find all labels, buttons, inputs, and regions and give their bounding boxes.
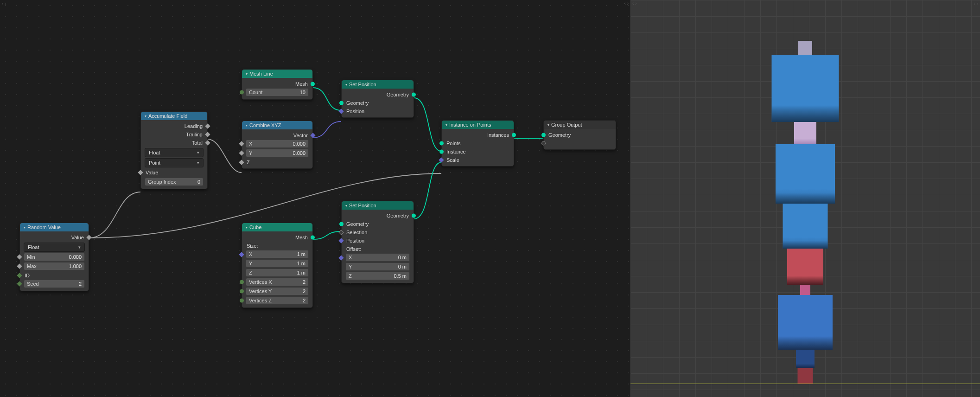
input-vy-socket[interactable] <box>240 289 244 294</box>
output-geometry-socket[interactable] <box>412 214 416 218</box>
offset-label: Offset: <box>346 246 361 252</box>
node-title: Mesh Line <box>249 71 273 77</box>
node-cube[interactable]: ▾Cube Mesh Size: X1 m Y1 m Z1 m Vertices… <box>242 223 313 308</box>
input-geometry-socket[interactable] <box>339 101 344 105</box>
input-id-socket[interactable] <box>17 273 22 278</box>
input-geometry-socket[interactable] <box>541 133 546 137</box>
chevron-down-icon: ▾ <box>246 225 248 230</box>
chevron-down-icon: ▾ <box>246 72 248 76</box>
stacked-cube <box>787 249 823 285</box>
input-selection-socket[interactable] <box>338 230 344 235</box>
output-total-label: Total <box>192 140 203 146</box>
domain-dropdown[interactable]: Point <box>145 158 204 167</box>
3d-viewport[interactable]: ‹ › ‹ › <box>630 0 980 397</box>
node-header[interactable]: ▾Set Position <box>342 80 414 89</box>
input-points-label: Points <box>446 141 461 146</box>
input-vx-socket[interactable] <box>240 280 244 284</box>
input-geometry-label: Geometry <box>346 221 369 227</box>
offset-z-field[interactable]: Z0.5 m <box>345 272 410 280</box>
output-total-socket[interactable] <box>205 140 210 145</box>
group-index-field[interactable]: Group Index0 <box>145 178 204 186</box>
node-random-value[interactable]: ▾Random Value Value Float Min0.000 Max1.… <box>19 223 89 291</box>
input-instance-socket[interactable] <box>439 150 444 154</box>
node-header[interactable]: ▾Group Output <box>544 121 616 129</box>
stacked-cube <box>772 55 839 122</box>
chevron-down-icon: ▾ <box>345 83 347 87</box>
output-mesh-label: Mesh <box>295 81 308 87</box>
node-title: Accumulate Field <box>148 113 187 119</box>
chevron-down-icon: ▾ <box>345 204 347 208</box>
node-combine-xyz[interactable]: ▾Combine XYZ Vector X0.000 Y0.000 Z <box>242 121 313 169</box>
size-z-field[interactable]: Z1 m <box>246 269 309 277</box>
editor-corner-left[interactable]: ‹ › <box>2 1 6 6</box>
geometry-nodes-editor[interactable]: ‹ › ‹ › ▾Random Value Value <box>0 0 630 397</box>
output-mesh-socket[interactable] <box>311 236 315 240</box>
node-header[interactable]: ▾Set Position <box>342 201 414 210</box>
data-type-dropdown[interactable]: Float <box>145 148 204 157</box>
node-header[interactable]: ▾Cube <box>242 223 312 231</box>
output-vector-label: Vector <box>293 133 308 138</box>
output-geometry-label: Geometry <box>387 92 409 97</box>
chevron-down-icon: ▾ <box>145 114 146 118</box>
input-position-socket[interactable] <box>338 238 344 243</box>
input-z-socket[interactable] <box>239 160 244 165</box>
node-title: Set Position <box>349 82 376 87</box>
stacked-cube <box>794 122 816 144</box>
viewport-corner-right[interactable]: ‹ › <box>974 1 978 6</box>
input-scale-socket[interactable] <box>439 157 444 162</box>
input-seed-socket[interactable] <box>17 281 22 286</box>
input-max-socket[interactable] <box>17 263 22 269</box>
chevron-down-icon: ▾ <box>246 123 248 128</box>
chevron-down-icon: ▾ <box>445 123 447 127</box>
node-title: Cube <box>249 224 261 230</box>
node-set-position-b[interactable]: ▾Set Position Geometry Geometry Selectio… <box>341 201 414 283</box>
input-value-label: Value <box>146 170 158 175</box>
node-mesh-line[interactable]: ▾Mesh Line Mesh Count10 <box>242 69 313 100</box>
output-trailing-socket[interactable] <box>205 132 210 137</box>
node-header[interactable]: ▾Random Value <box>20 223 89 231</box>
size-y-field[interactable]: Y1 m <box>246 259 309 268</box>
output-instances-socket[interactable] <box>512 133 516 137</box>
output-vector-socket[interactable] <box>310 133 315 138</box>
output-mesh-socket[interactable] <box>311 82 315 86</box>
node-title: Random Value <box>27 224 61 230</box>
input-position-label: Position <box>346 238 364 243</box>
input-x-socket[interactable] <box>239 141 244 146</box>
input-y-socket[interactable] <box>239 150 244 155</box>
input-count-socket[interactable] <box>240 90 244 95</box>
input-empty-socket[interactable] <box>541 141 546 146</box>
node-group-output[interactable]: ▾Group Output Geometry <box>543 120 616 150</box>
input-vz-socket[interactable] <box>240 299 244 303</box>
input-position-socket[interactable] <box>338 109 344 114</box>
input-offset-socket[interactable] <box>338 255 344 260</box>
output-geometry-socket[interactable] <box>412 93 416 97</box>
output-mesh-label: Mesh <box>295 235 308 240</box>
node-accumulate-field[interactable]: ▾Accumulate Field Leading Trailing Total… <box>140 111 208 189</box>
node-header[interactable]: ▾Accumulate Field <box>141 112 207 120</box>
node-instance-on-points[interactable]: ▾Instance on Points Instances Points Ins… <box>441 120 514 166</box>
input-instance-label: Instance <box>446 149 466 154</box>
stacked-cube <box>783 204 828 249</box>
output-value-socket[interactable] <box>86 235 91 240</box>
node-title: Combine XYZ <box>249 122 281 128</box>
viewport-corner-left[interactable]: ‹ › <box>632 1 636 6</box>
offset-y-field[interactable]: Y0 m <box>345 263 410 271</box>
node-header[interactable]: ▾Combine XYZ <box>242 121 312 129</box>
stacked-cube <box>798 41 812 55</box>
node-header[interactable]: ▾Mesh Line <box>242 70 312 78</box>
chevron-down-icon: ▾ <box>24 225 25 230</box>
input-z-label: Z <box>247 160 250 165</box>
input-points-socket[interactable] <box>439 141 444 146</box>
input-geometry-socket[interactable] <box>339 222 344 226</box>
viewport-floor-line <box>630 384 980 384</box>
editor-corner-right[interactable]: ‹ › <box>624 1 629 6</box>
input-min-socket[interactable] <box>17 254 22 259</box>
input-size-socket[interactable] <box>239 252 244 257</box>
node-set-position-a[interactable]: ▾Set Position Geometry Geometry Position <box>341 80 414 118</box>
node-header[interactable]: ▾Instance on Points <box>442 121 514 129</box>
random-type-dropdown[interactable]: Float <box>24 243 85 252</box>
input-selection-label: Selection <box>346 230 367 235</box>
stacked-cube <box>776 144 835 204</box>
input-value-socket[interactable] <box>138 170 143 175</box>
output-leading-socket[interactable] <box>205 123 210 128</box>
